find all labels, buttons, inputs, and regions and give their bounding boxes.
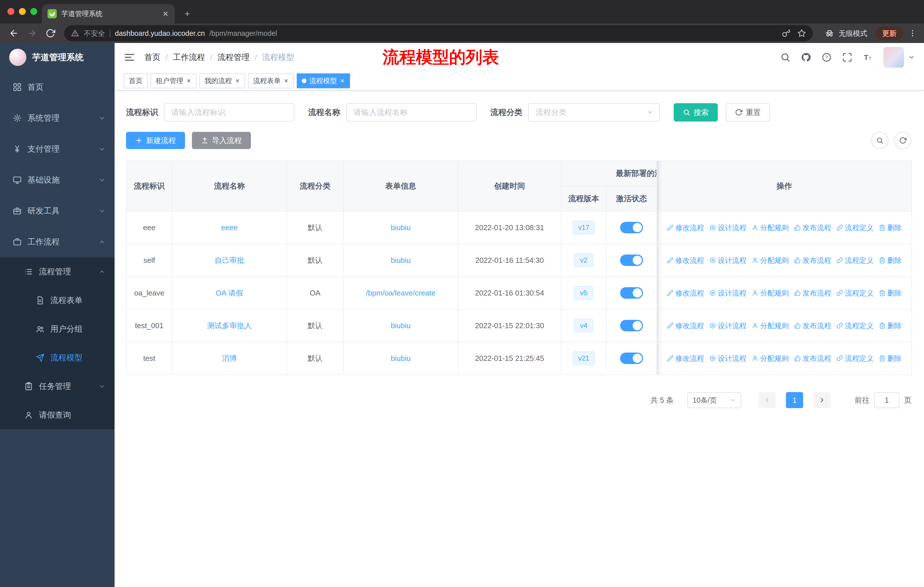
action-assign-link[interactable]: 分配规则 <box>752 223 789 232</box>
prev-page-button[interactable] <box>759 392 776 408</box>
tags-view-tab[interactable]: 首页 <box>124 73 148 88</box>
sidebar-item-infrastructure[interactable]: 基础设施 <box>0 165 115 195</box>
action-publish-link[interactable]: 发布流程 <box>794 223 831 232</box>
tab-close-icon[interactable] <box>162 10 169 17</box>
tags-view-tab[interactable]: 我的流程× <box>200 73 245 88</box>
user-avatar[interactable] <box>883 47 904 68</box>
form-info-link[interactable]: /bpm/oa/leave/create <box>366 289 436 297</box>
minimize-window-button[interactable] <box>19 8 26 15</box>
app-logo[interactable]: 芋道管理系统 <box>0 43 115 72</box>
bookmark-star-icon[interactable] <box>797 29 806 38</box>
action-modify-link[interactable]: 修改流程 <box>667 321 704 331</box>
zoom-window-button[interactable] <box>30 8 37 15</box>
action-assign-link[interactable]: 分配规则 <box>752 354 789 363</box>
action-publish-link[interactable]: 发布流程 <box>794 256 831 265</box>
refresh-table-button[interactable] <box>894 132 911 149</box>
search-icon[interactable] <box>780 52 790 63</box>
action-design-link[interactable]: 设计流程 <box>709 288 746 298</box>
action-modify-link[interactable]: 修改流程 <box>667 354 704 363</box>
back-icon[interactable] <box>6 25 22 41</box>
filter-category-select[interactable]: 流程分类 <box>528 103 660 122</box>
action-assign-link[interactable]: 分配规则 <box>752 256 789 265</box>
process-name-link[interactable]: 自己审批 <box>214 256 244 265</box>
form-info-link[interactable]: biubiu <box>391 321 411 330</box>
tags-view-tab[interactable]: 流程表单× <box>248 73 294 88</box>
tags-view-tab[interactable]: 租户管理× <box>151 73 196 88</box>
action-delete-link[interactable]: 删除 <box>879 288 902 298</box>
address-bar[interactable]: 不安全 dashboard.yudao.iocoder.cn /bpm/mana… <box>64 25 813 41</box>
action-delete-link[interactable]: 删除 <box>879 354 902 363</box>
update-button[interactable]: 更新 <box>875 26 903 40</box>
action-delete-link[interactable]: 删除 <box>879 223 902 232</box>
sidebar-item-user-group[interactable]: 用户分组 <box>0 315 115 343</box>
browser-menu-icon[interactable] <box>907 25 918 41</box>
sidebar-item-workflow[interactable]: 工作流程 <box>0 227 115 257</box>
active-toggle[interactable] <box>620 352 643 364</box>
page-number-button[interactable]: 1 <box>786 392 803 408</box>
process-name-link[interactable]: 测试多审批人 <box>207 321 252 330</box>
tags-view-tab[interactable]: 流程模型× <box>297 73 350 88</box>
active-toggle[interactable] <box>620 255 643 266</box>
action-definition-link[interactable]: 流程定义 <box>837 354 874 363</box>
action-assign-link[interactable]: 分配规则 <box>752 288 789 298</box>
breadcrumb-item[interactable]: 流程管理 <box>218 52 250 63</box>
active-toggle[interactable] <box>620 287 643 299</box>
close-icon[interactable]: × <box>235 78 240 84</box>
filter-key-input[interactable] <box>164 103 294 122</box>
sidebar-item-leave-query[interactable]: 请假查询 <box>0 401 115 429</box>
action-delete-link[interactable]: 删除 <box>879 321 902 331</box>
help-icon[interactable]: ? <box>822 52 832 63</box>
sidebar-item-payment[interactable]: 支付管理 <box>0 134 115 165</box>
form-info-link[interactable]: biubiu <box>391 354 411 362</box>
action-modify-link[interactable]: 修改流程 <box>667 256 704 265</box>
sidebar-item-devtools[interactable]: 研发工具 <box>0 195 115 227</box>
fullscreen-icon[interactable] <box>842 52 852 63</box>
goto-page-input[interactable] <box>874 392 899 408</box>
new-tab-button[interactable] <box>179 6 195 22</box>
action-design-link[interactable]: 设计流程 <box>709 321 746 331</box>
action-assign-link[interactable]: 分配规则 <box>752 321 789 331</box>
action-definition-link[interactable]: 流程定义 <box>837 288 874 298</box>
sidebar-item-system[interactable]: 系统管理 <box>0 103 115 134</box>
action-modify-link[interactable]: 修改流程 <box>667 223 704 232</box>
forward-icon[interactable] <box>24 25 40 41</box>
next-page-button[interactable] <box>813 392 831 408</box>
github-icon[interactable] <box>801 52 811 63</box>
process-name-link[interactable]: OA 请假 <box>216 289 243 297</box>
reset-button[interactable]: 重置 <box>726 103 770 122</box>
font-size-icon[interactable]: TT <box>863 52 873 63</box>
toggle-search-button[interactable] <box>871 132 888 149</box>
breadcrumb-item[interactable]: 工作流程 <box>173 52 205 63</box>
action-design-link[interactable]: 设计流程 <box>709 354 746 363</box>
process-name-link[interactable]: 滔博 <box>222 354 237 362</box>
form-info-link[interactable]: biubiu <box>391 223 411 232</box>
page-size-select[interactable]: 10条/页 <box>687 392 741 408</box>
import-process-button[interactable]: 导入流程 <box>192 132 251 149</box>
sidebar-item-task-mgmt[interactable]: 任务管理 <box>0 372 115 401</box>
action-publish-link[interactable]: 发布流程 <box>794 354 831 363</box>
active-toggle[interactable] <box>620 320 643 331</box>
action-publish-link[interactable]: 发布流程 <box>794 288 831 298</box>
action-modify-link[interactable]: 修改流程 <box>667 288 704 298</box>
action-delete-link[interactable]: 删除 <box>879 256 902 265</box>
sidebar-item-process-mgmt[interactable]: 流程管理 <box>0 257 115 286</box>
action-publish-link[interactable]: 发布流程 <box>794 321 831 331</box>
close-icon[interactable]: × <box>284 78 289 84</box>
form-info-link[interactable]: biubiu <box>391 256 411 265</box>
reload-icon[interactable] <box>42 25 58 41</box>
action-design-link[interactable]: 设计流程 <box>709 256 746 265</box>
sidebar-item-process-model[interactable]: 流程模型 <box>0 343 115 372</box>
close-icon[interactable]: × <box>340 78 345 84</box>
process-name-link[interactable]: eeee <box>221 223 238 232</box>
close-window-button[interactable] <box>7 8 14 15</box>
filter-name-input[interactable] <box>346 103 477 122</box>
active-toggle[interactable] <box>620 222 643 233</box>
create-process-button[interactable]: 新建流程 <box>126 132 185 149</box>
search-button[interactable]: 搜索 <box>674 103 718 122</box>
browser-tab[interactable]: 芋道管理系统 <box>42 4 175 23</box>
action-definition-link[interactable]: 流程定义 <box>837 321 874 331</box>
sidebar-item-home[interactable]: 首页 <box>0 72 115 103</box>
action-definition-link[interactable]: 流程定义 <box>837 223 874 232</box>
breadcrumb-item[interactable]: 首页 <box>144 52 160 63</box>
sidebar-item-process-form[interactable]: 流程表单 <box>0 286 115 315</box>
